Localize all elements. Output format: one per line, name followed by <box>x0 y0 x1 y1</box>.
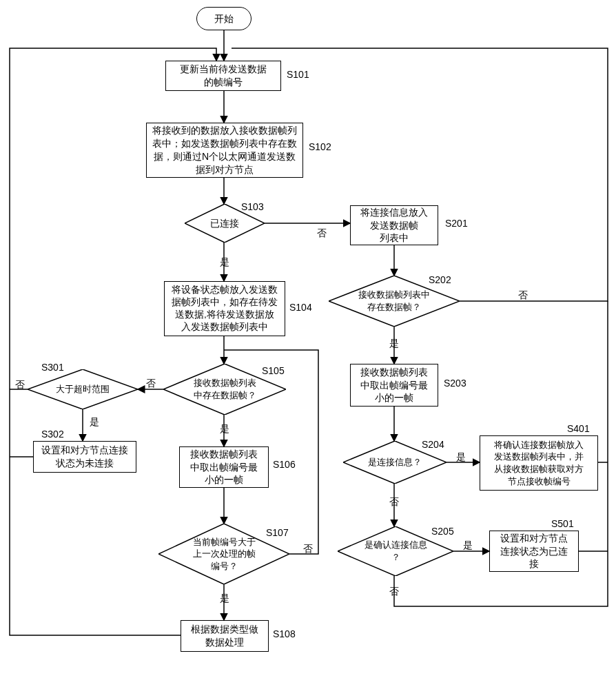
decision-text: 接收数据帧列表 中存在数据帧？ <box>184 377 266 401</box>
step-label-s107: S107 <box>266 527 289 538</box>
step-text: 接收数据帧列表 中取出帧编号最 小的一帧 <box>190 448 258 487</box>
step-label-s301: S301 <box>41 362 64 373</box>
edge-label: 是 <box>218 423 231 435</box>
edge-label: 是 <box>388 338 400 350</box>
flow-connectors <box>0 0 616 689</box>
step-label-s202: S202 <box>429 274 451 285</box>
step-s501: 设置和对方节点 连接状态为已连 接 <box>489 531 579 572</box>
step-s401: 将确认连接数据帧放入 发送数据帧列表中，并 从接收数据帧获取对方 节点接收帧编号 <box>480 435 598 491</box>
step-text: 更新当前待发送数据 的帧编号 <box>180 63 267 89</box>
step-text: 将连接信息放入 发送数据帧 列表中 <box>360 206 428 245</box>
step-label-s108: S108 <box>273 628 296 639</box>
step-label-s203: S203 <box>444 378 466 389</box>
decision-text: 是确认连接信息 ？ <box>355 539 437 563</box>
step-text: 将确认连接数据帧放入 发送数据帧列表中，并 从接收数据帧获取对方 节点接收帧编号 <box>494 439 584 487</box>
decision-text: 接收数据帧列表中 存在数据帧？ <box>349 289 440 313</box>
step-label-s204: S204 <box>422 439 444 450</box>
edge-label: 是 <box>455 451 467 464</box>
step-label-s104: S104 <box>289 302 312 313</box>
step-s104: 将设备状态帧放入发送数 据帧列表中，如存在待发 送数据,将待发送数据放 入发送数… <box>164 281 285 336</box>
step-label-s205: S205 <box>431 526 454 537</box>
edge-label: 否 <box>388 586 400 598</box>
edge-label: 否 <box>517 289 529 302</box>
step-s302: 设置和对方节点连接 状态为未连接 <box>33 441 136 473</box>
decision-text: 是连接信息？ <box>358 456 431 469</box>
step-s106: 接收数据帧列表 中取出帧编号最 小的一帧 <box>179 446 269 488</box>
step-label-s106: S106 <box>273 459 296 470</box>
edge-label: 否 <box>316 227 328 240</box>
edge-label: 是 <box>218 593 231 605</box>
edge-label: 否 <box>388 496 400 508</box>
step-label-s105: S105 <box>262 365 285 376</box>
step-s203: 接收数据帧列表 中取出帧编号最 小的一帧 <box>350 364 438 407</box>
decision-s301: 大于超时范围 <box>28 369 138 409</box>
step-s201: 将连接信息放入 发送数据帧 列表中 <box>350 205 438 245</box>
edge-label: 是 <box>462 539 474 552</box>
edge-label: 是 <box>218 256 231 269</box>
step-label-s201: S201 <box>445 218 468 229</box>
flow-start: 开始 <box>196 7 251 30</box>
edge-label: 是 <box>88 416 101 429</box>
edge-label: 否 <box>145 378 157 390</box>
step-label-s102: S102 <box>309 141 331 152</box>
step-label-s103: S103 <box>241 201 264 212</box>
step-text: 设置和对方节点连接 状态为未连接 <box>41 444 128 470</box>
edge-label: 否 <box>302 543 314 555</box>
step-text: 将设备状态帧放入发送数 据帧列表中，如存在待发 送数据,将待发送数据放 入发送数… <box>172 284 278 334</box>
step-label-s501: S501 <box>551 518 574 529</box>
decision-text: 当前帧编号大于 上一次处理的帧 编号？ <box>183 536 265 573</box>
step-s108: 根据数据类型做 数据处理 <box>181 620 269 652</box>
step-text: 设置和对方节点 连接状态为已连 接 <box>500 532 568 571</box>
step-text: 根据数据类型做 数据处理 <box>191 623 258 649</box>
step-label-s401: S401 <box>567 423 590 434</box>
step-s101: 更新当前待发送数据 的帧编号 <box>165 61 281 91</box>
decision-text: 已连接 <box>201 217 249 230</box>
step-label-s302: S302 <box>41 429 64 440</box>
step-text: 接收数据帧列表 中取出帧编号最 小的一帧 <box>360 366 428 405</box>
decision-text: 大于超时范围 <box>46 383 119 395</box>
step-text: 将接收到的数据放入接收数据帧列 表中；如发送数据帧列表中存在数 据，则通过N个以… <box>152 124 297 176</box>
step-s102: 将接收到的数据放入接收数据帧列 表中；如发送数据帧列表中存在数 据，则通过N个以… <box>146 123 303 178</box>
edge-label: 否 <box>14 379 26 391</box>
terminator-label: 开始 <box>214 12 234 25</box>
step-label-s101: S101 <box>287 69 309 80</box>
